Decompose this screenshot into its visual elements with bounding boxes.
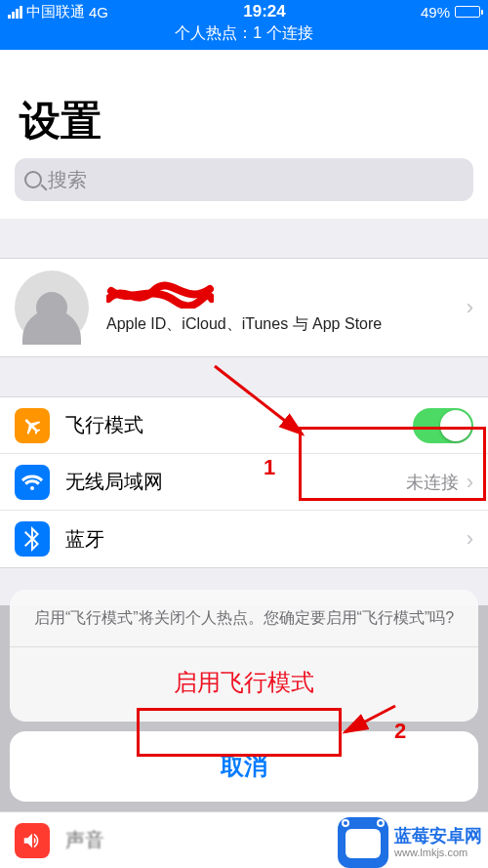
avatar	[15, 270, 89, 345]
network-label: 4G	[89, 4, 108, 21]
sheet-enable-button[interactable]: 启用飞行模式	[10, 647, 478, 722]
annotation-label-2: 2	[394, 719, 406, 744]
wifi-status: 未连接	[406, 471, 459, 494]
status-left: 中国联通 4G	[8, 3, 108, 21]
action-sheet: 启用“飞行模式”将关闭个人热点。您确定要启用“飞行模式”吗? 启用飞行模式 取消	[10, 590, 478, 802]
watermark-url: www.lmkjs.com	[394, 847, 482, 858]
hotspot-banner[interactable]: 个人热点：1 个连接	[0, 23, 488, 50]
bluetooth-row[interactable]: 蓝牙 ›	[0, 511, 488, 567]
bluetooth-label: 蓝牙	[65, 526, 459, 553]
search-container: 搜索	[0, 158, 488, 219]
airplane-icon	[15, 408, 50, 443]
profile-group: Apple ID、iCloud、iTunes 与 App Store ›	[0, 258, 488, 357]
search-placeholder: 搜索	[48, 167, 87, 193]
profile-name-redacted	[106, 281, 214, 309]
battery-pct: 49%	[421, 4, 450, 21]
chevron-right-icon: ›	[467, 470, 473, 495]
search-input[interactable]: 搜索	[15, 158, 473, 201]
airplane-toggle[interactable]	[413, 408, 473, 443]
bluetooth-icon	[15, 521, 50, 557]
status-bar: 中国联通 4G 19:24 49%	[0, 0, 488, 23]
phone-screen: 中国联通 4G 19:24 49% 个人热点：1 个连接 设置 搜索	[0, 0, 488, 868]
status-area: 中国联通 4G 19:24 49% 个人热点：1 个连接	[0, 0, 488, 50]
sound-icon	[15, 823, 50, 858]
battery-icon	[455, 6, 480, 18]
watermark-logo-icon	[338, 817, 388, 868]
wifi-icon	[15, 465, 50, 500]
title-area: 设置	[0, 50, 488, 158]
chevron-right-icon: ›	[467, 526, 473, 552]
chevron-right-icon: ›	[467, 295, 473, 320]
airplane-label: 飞行模式	[65, 412, 413, 438]
profile-subtitle: Apple ID、iCloud、iTunes 与 App Store	[106, 314, 459, 335]
sheet-message: 启用“飞行模式”将关闭个人热点。您确定要启用“飞行模式”吗?	[10, 590, 478, 647]
page-title: 设置	[20, 94, 468, 148]
watermark: 蓝莓安卓网 www.lmkjs.com	[338, 817, 482, 868]
watermark-name: 蓝莓安卓网	[394, 827, 482, 847]
sheet-cancel-button[interactable]: 取消	[10, 731, 478, 802]
wifi-row[interactable]: 无线局域网 未连接 ›	[0, 454, 488, 511]
carrier-label: 中国联通	[26, 3, 85, 21]
connectivity-group: 飞行模式 无线局域网 未连接 › 蓝牙 ›	[0, 396, 488, 568]
signal-bars-icon	[8, 6, 22, 19]
status-time: 19:24	[108, 2, 421, 21]
profile-row[interactable]: Apple ID、iCloud、iTunes 与 App Store ›	[0, 259, 488, 356]
annotation-label-1: 1	[264, 455, 275, 480]
status-right: 49%	[421, 4, 480, 21]
search-icon	[24, 171, 42, 188]
wifi-label: 无线局域网	[65, 469, 406, 495]
airplane-mode-row[interactable]: 飞行模式	[0, 397, 488, 454]
